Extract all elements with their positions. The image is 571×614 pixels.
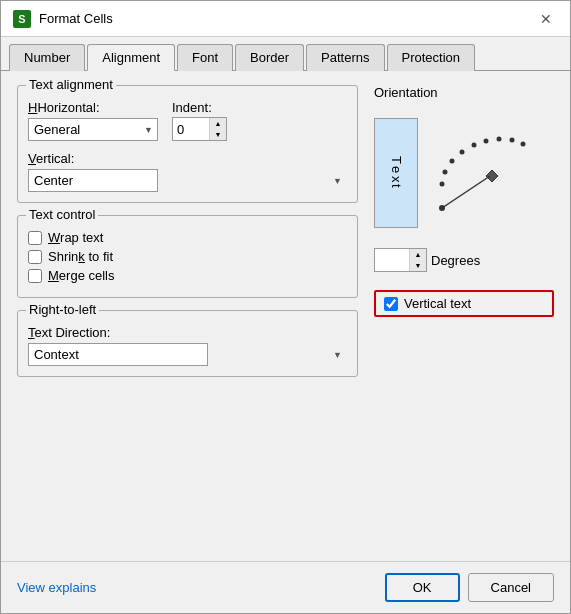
- svg-point-8: [510, 138, 515, 143]
- merge-cells-row: Merge cells: [28, 268, 347, 283]
- degrees-label: Degrees: [431, 253, 480, 268]
- rtl-title: Right-to-left: [26, 302, 99, 317]
- svg-point-2: [443, 170, 448, 175]
- indent-input[interactable]: [173, 118, 209, 140]
- close-button[interactable]: ✕: [534, 7, 558, 31]
- indent-spinner: ▲ ▼: [172, 117, 227, 141]
- merge-cells-checkbox[interactable]: [28, 269, 42, 283]
- title-bar: S Format Cells ✕: [1, 1, 570, 37]
- svg-point-1: [440, 182, 445, 187]
- horizontal-indent-row: HHorizontal: General Indent:: [28, 100, 347, 141]
- orientation-label: Orientation: [374, 85, 554, 100]
- angle-selector[interactable]: [428, 118, 528, 228]
- degrees-up-button[interactable]: ▲: [410, 249, 426, 260]
- vertical-text-t2: t: [389, 184, 404, 190]
- vertical-select-wrapper: Center: [28, 169, 347, 192]
- left-panel: Text alignment HHorizontal: General: [17, 85, 358, 547]
- vertical-text-checkbox[interactable]: [384, 297, 398, 311]
- tab-patterns[interactable]: Patterns: [306, 44, 384, 71]
- text-control-options: Wrap text Shrink to fit Merge cells: [28, 230, 347, 283]
- degrees-row: ▲ ▼ Degrees: [374, 248, 554, 272]
- vertical-text-label: Vertical text: [404, 296, 471, 311]
- text-alignment-group: Text alignment HHorizontal: General: [17, 85, 358, 203]
- tab-alignment[interactable]: Alignment: [87, 44, 175, 71]
- vertical-text-option: Vertical text: [374, 290, 554, 317]
- vertical-text-x: x: [389, 176, 404, 185]
- cancel-button[interactable]: Cancel: [468, 573, 554, 602]
- degrees-down-button[interactable]: ▼: [410, 260, 426, 271]
- footer-buttons: OK Cancel: [385, 573, 554, 602]
- direction-select[interactable]: Context: [28, 343, 208, 366]
- tab-number[interactable]: Number: [9, 44, 85, 71]
- shrink-fit-checkbox[interactable]: [28, 250, 42, 264]
- tab-bar: Number Alignment Font Border Patterns Pr…: [1, 37, 570, 71]
- vertical-text-display: T e x t: [374, 118, 418, 228]
- horizontal-label: HHorizontal:: [28, 100, 158, 115]
- merge-cells-label: Merge cells: [48, 268, 114, 283]
- indent-spinner-buttons: ▲ ▼: [209, 118, 226, 140]
- indent-up-button[interactable]: ▲: [210, 118, 226, 129]
- vertical-label: Vertical:: [28, 151, 347, 166]
- dialog-footer: View explains OK Cancel: [1, 561, 570, 613]
- text-alignment-title: Text alignment: [26, 77, 116, 92]
- horizontal-select[interactable]: General: [28, 118, 158, 141]
- svg-point-6: [484, 139, 489, 144]
- format-cells-dialog: S Format Cells ✕ Number Alignment Font B…: [0, 0, 571, 614]
- tab-protection[interactable]: Protection: [387, 44, 476, 71]
- direction-select-wrapper: Context: [28, 343, 347, 366]
- orientation-visual: T e x t: [374, 118, 554, 228]
- vertical-field-group: Vertical: Center: [28, 151, 347, 192]
- shrink-fit-label: Shrink to fit: [48, 249, 113, 264]
- svg-line-11: [442, 176, 490, 208]
- tab-border[interactable]: Border: [235, 44, 304, 71]
- ok-button[interactable]: OK: [385, 573, 460, 602]
- app-icon: S: [13, 10, 31, 28]
- text-control-title: Text control: [26, 207, 98, 222]
- vertical-text-e: e: [389, 166, 404, 175]
- svg-point-7: [497, 137, 502, 142]
- indent-field-group: Indent: ▲ ▼: [172, 100, 227, 141]
- degrees-spinner: ▲ ▼: [374, 248, 427, 272]
- degrees-spinner-buttons: ▲ ▼: [409, 249, 426, 271]
- svg-point-4: [460, 150, 465, 155]
- text-control-group: Text control Wrap text Shrink to fit: [17, 215, 358, 298]
- wrap-text-row: Wrap text: [28, 230, 347, 245]
- horizontal-select-wrapper: General: [28, 118, 158, 141]
- svg-marker-10: [486, 170, 498, 182]
- shrink-fit-row: Shrink to fit: [28, 249, 347, 264]
- horizontal-field-group: HHorizontal: General: [28, 100, 158, 141]
- indent-down-button[interactable]: ▼: [210, 129, 226, 140]
- tab-font[interactable]: Font: [177, 44, 233, 71]
- direction-label: Text Direction:: [28, 325, 347, 340]
- angle-arc-svg: [428, 118, 528, 228]
- view-explains-link[interactable]: View explains: [17, 580, 96, 595]
- dialog-title: Format Cells: [39, 11, 113, 26]
- wrap-text-label: Wrap text: [48, 230, 103, 245]
- indent-label: Indent:: [172, 100, 227, 115]
- title-bar-left: S Format Cells: [13, 10, 113, 28]
- right-to-left-group: Right-to-left Text Direction: Context: [17, 310, 358, 377]
- degrees-input[interactable]: [375, 249, 409, 271]
- svg-point-9: [521, 142, 526, 147]
- vertical-text-t: T: [389, 156, 404, 166]
- svg-point-3: [450, 159, 455, 164]
- tab-content: Text alignment HHorizontal: General: [1, 71, 570, 561]
- wrap-text-checkbox[interactable]: [28, 231, 42, 245]
- vertical-select[interactable]: Center: [28, 169, 158, 192]
- orientation-panel: Orientation T e x t: [374, 85, 554, 547]
- direction-field-group: Text Direction: Context: [28, 325, 347, 366]
- svg-point-5: [472, 143, 477, 148]
